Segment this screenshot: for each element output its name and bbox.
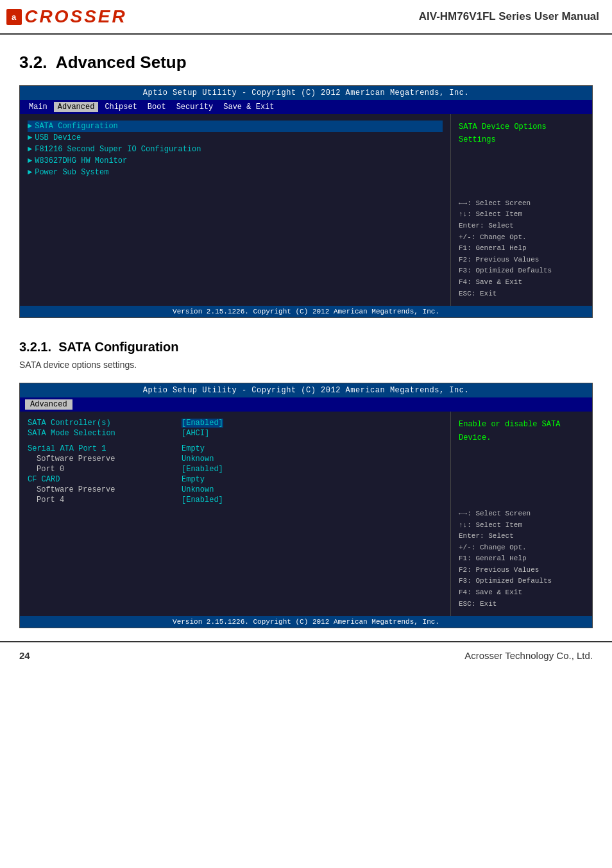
hint-enter: Enter: Select — [459, 221, 584, 232]
hint-f4: F4: Save & Exit — [459, 277, 584, 288]
label-port-0: Port 0 — [28, 465, 182, 474]
bios-body-2: SATA Controller(s) [Enabled] SATA Mode S… — [20, 412, 592, 616]
table-row[interactable]: SATA Controller(s) [Enabled] — [28, 418, 443, 428]
value-port-4: [Enabled] — [182, 496, 223, 505]
bios-title-bar-2: Aptio Setup Utility - Copyright (C) 2012… — [20, 383, 592, 397]
bios-right-2: Enable or disable SATA Device. ←→: Selec… — [451, 412, 592, 616]
table-row[interactable]: Port 4 [Enabled] — [28, 495, 443, 505]
hint-2-select-item: ↑↓: Select Item — [459, 520, 584, 531]
label-sw-preserve-2: Software Preserve — [28, 485, 182, 494]
table-row: Serial ATA Port 1 Empty — [28, 444, 443, 454]
bios-screen-1: Aptio Setup Utility - Copyright (C) 2012… — [19, 85, 593, 318]
label-sw-preserve-1: Software Preserve — [28, 455, 182, 463]
hint-2-f4: F4: Save & Exit — [459, 587, 584, 599]
hint-2-select-screen: ←→: Select Screen — [459, 508, 584, 520]
arrow-icon: ► — [28, 156, 32, 165]
menu-usb-device[interactable]: ► USB Device — [28, 132, 443, 144]
value-sw-preserve-1: Unknown — [182, 455, 214, 463]
menu-f81216[interactable]: ► F81216 Second Super IO Configuration — [28, 144, 443, 155]
arrow-icon: ► — [28, 122, 32, 131]
hint-esc: ESC: Exit — [459, 288, 584, 300]
value-sata-ctrl: [Enabled] — [182, 419, 223, 428]
hint-2-enter: Enter: Select — [459, 531, 584, 542]
value-serial-ata-1: Empty — [182, 444, 205, 453]
logo-text: CROSSER — [24, 6, 126, 27]
hint-f3: F3: Optimized Defaults — [459, 265, 584, 277]
table-row: Software Preserve Unknown — [28, 485, 443, 495]
label-sata-mode: SATA Mode Selection — [28, 429, 182, 438]
nav-advanced-2[interactable]: Advanced — [25, 399, 72, 410]
hint-2-f2: F2: Previous Values — [459, 565, 584, 576]
hint-select-item: ↑↓: Select Item — [459, 209, 584, 221]
hint-f1: F1: General Help — [459, 243, 584, 255]
menu-w83627[interactable]: ► W83627DHG HW Monitor — [28, 155, 443, 167]
table-row[interactable]: Port 0 [Enabled] — [28, 464, 443, 474]
bios-title-bar-1: Aptio Setup Utility - Copyright (C) 2012… — [20, 86, 592, 100]
nav-boot[interactable]: Boot — [144, 102, 170, 112]
logo-box: a — [6, 9, 22, 25]
nav-advanced[interactable]: Advanced — [54, 102, 99, 112]
table-row: CF CARD Empty — [28, 474, 443, 485]
right-top-text-2: Enable or disable SATA Device. — [459, 418, 584, 444]
bios-footer-2: Version 2.15.1226. Copyright (C) 2012 Am… — [20, 616, 592, 628]
value-sw-preserve-2: Unknown — [182, 485, 214, 494]
hint-change: +/-: Change Opt. — [459, 232, 584, 244]
right-panel-text-1: SATA Device Options Settings — [459, 121, 584, 147]
section-3-2-heading: 3.2. Advanced Setup — [0, 41, 612, 79]
bios-right-1: SATA Device Options Settings ←→: Select … — [451, 114, 592, 306]
section-3-2-1-heading: 3.2.1. SATA Configuration — [0, 331, 612, 358]
label-cf-card: CF CARD — [28, 475, 182, 484]
bios-footer-1: Version 2.15.1226. Copyright (C) 2012 Am… — [20, 306, 592, 317]
arrow-icon: ► — [28, 168, 32, 177]
logo-area: a CROSSER — [6, 6, 127, 27]
hint-select-screen: ←→: Select Screen — [459, 198, 584, 210]
company-name: Acrosser Technology Co., Ltd. — [464, 650, 593, 661]
hint-2-f3: F3: Optimized Defaults — [459, 576, 584, 587]
value-port-0: [Enabled] — [182, 465, 223, 474]
nav-save-exit[interactable]: Save & Exit — [219, 102, 278, 112]
hint-2-f1: F1: General Help — [459, 553, 584, 565]
arrow-icon: ► — [28, 133, 32, 142]
table-row[interactable]: SATA Mode Selection [AHCI] — [28, 428, 443, 438]
nav-chipset[interactable]: Chipset — [101, 102, 140, 112]
page-footer: 24 Acrosser Technology Co., Ltd. — [0, 641, 612, 669]
hint-2-esc: ESC: Exit — [459, 599, 584, 610]
bios-left-2: SATA Controller(s) [Enabled] SATA Mode S… — [20, 412, 451, 616]
page-number: 24 — [19, 650, 30, 661]
section-3-2-1-desc: SATA device options settings. — [0, 358, 612, 376]
arrow-icon: ► — [28, 145, 32, 154]
manual-title: AIV-HM76V1FL Series User Manual — [419, 10, 599, 23]
bios-nav-bar-1: Main Advanced Chipset Boot Security Save… — [20, 100, 592, 114]
menu-sata-config[interactable]: ► SATA Configuration — [28, 121, 443, 132]
label-port-4: Port 4 — [28, 496, 182, 505]
bios-screen-2: Aptio Setup Utility - Copyright (C) 2012… — [19, 383, 593, 628]
label-serial-ata-1: Serial ATA Port 1 — [28, 444, 182, 453]
value-sata-mode: [AHCI] — [182, 429, 209, 438]
page-header: a CROSSER AIV-HM76V1FL Series User Manua… — [0, 0, 612, 35]
bios-left-1: ► SATA Configuration ► USB Device ► F812… — [20, 114, 451, 306]
hint-f2: F2: Previous Values — [459, 255, 584, 266]
nav-security[interactable]: Security — [173, 102, 217, 112]
hint-2-change: +/-: Change Opt. — [459, 542, 584, 554]
bios-body-1: ► SATA Configuration ► USB Device ► F812… — [20, 114, 592, 306]
table-row: Software Preserve Unknown — [28, 454, 443, 464]
value-cf-card: Empty — [182, 475, 205, 484]
label-sata-ctrl: SATA Controller(s) — [28, 419, 182, 428]
menu-power-sub[interactable]: ► Power Sub System — [28, 167, 443, 178]
nav-main[interactable]: Main — [25, 102, 51, 112]
bios-nav-bar-2: Advanced — [20, 397, 592, 412]
